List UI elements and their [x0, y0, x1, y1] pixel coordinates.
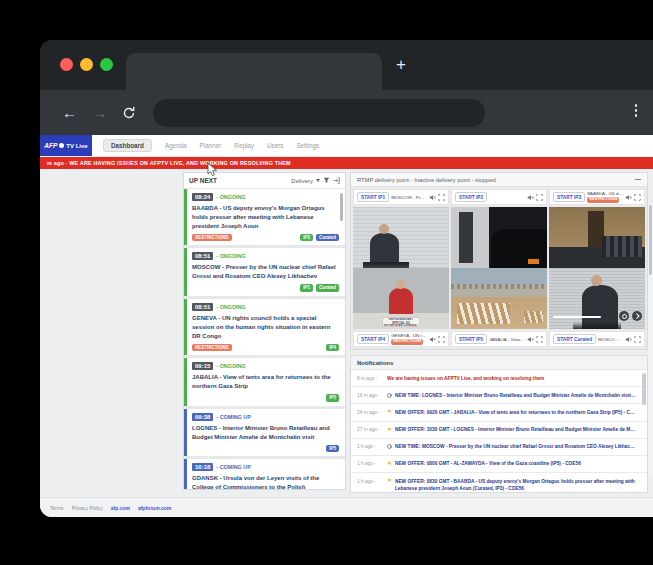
start-button[interactable]: START IP2 — [455, 192, 487, 202]
notifications-list: 8 m ago - We are having issues on AFPTV … — [351, 370, 647, 493]
brand-product: TV Live — [66, 143, 87, 149]
start-button[interactable]: START Curated — [553, 334, 596, 344]
notification-row[interactable]: 24 m ago - ★ NEW OFFER: 0920 GMT - JABAL… — [351, 404, 647, 421]
fullscreen-icon[interactable] — [634, 194, 641, 201]
alert-banner[interactable]: m ago · WE ARE HAVING ISSUES ON AFPTV LI… — [40, 157, 653, 169]
delivery-program: BAABDA - US deputy en... — [587, 191, 623, 196]
nav-tab[interactable]: Replay — [234, 142, 254, 149]
nav-tab[interactable]: Settings — [296, 142, 319, 149]
fullscreen-icon[interactable] — [438, 194, 445, 201]
nav-tab[interactable]: Agenda — [165, 142, 187, 149]
start-button[interactable]: START IP4 — [357, 334, 389, 344]
player-gear-icon[interactable] — [619, 311, 629, 321]
delivery-filter-label: Delivery — [291, 178, 313, 184]
notifications-panel: Notifications 8 m ago - We are having is… — [350, 355, 648, 493]
nav-tab[interactable]: Dashboard — [103, 139, 152, 152]
notification-time: 1 h ago - — [357, 460, 384, 467]
notification-row[interactable]: 16 m ago - NEW TIME: LOGNES - Interior M… — [351, 387, 647, 404]
notification-row[interactable]: 8 m ago - We are having issues on AFPTV … — [351, 370, 647, 387]
event-list-item[interactable]: 10:18 - COMING UP GDANSK - Ursula von de… — [184, 459, 345, 489]
start-button[interactable]: START IP5 — [455, 334, 487, 344]
fullscreen-icon[interactable] — [634, 336, 641, 343]
zoom-window-button[interactable] — [100, 58, 113, 71]
event-badge: Curated — [316, 234, 339, 241]
notification-text: NEW TIME: LOGNES - Interior Minister Bru… — [395, 392, 637, 399]
event-list-item[interactable]: 08:51 - ONGOING MOSCOW - Presser by the … — [184, 248, 345, 295]
event-badges: RESTRICTIONS IP3 Curated — [192, 234, 339, 241]
start-button[interactable]: START IP3 — [553, 192, 585, 202]
notification-type-icon: ★ — [387, 461, 392, 467]
event-time-badge: 10:18 — [192, 463, 213, 471]
video-thumbnail[interactable] — [353, 207, 449, 268]
video-thumbnail[interactable]: REPRESENTANT SPECIAL DU SECRETAIRE GENER… — [353, 268, 449, 329]
video-thumbnail[interactable] — [549, 268, 645, 329]
collapse-panel-icon[interactable] — [333, 177, 340, 184]
afp-tv-live-logo[interactable]: AFP TV Live — [40, 135, 92, 156]
brand-dot-icon — [59, 143, 64, 148]
fullscreen-icon[interactable] — [536, 194, 543, 201]
delivery-video-row-bottom: REPRESENTANT SPECIAL DU SECRETAIRE GENER… — [351, 268, 647, 329]
muted-speaker-icon[interactable] — [625, 336, 632, 343]
event-list-item[interactable]: 09:15 - ONGOING JABALIA - View of tents … — [184, 358, 345, 405]
notification-row[interactable]: 1 h ago - ★ NEW OFFER: 0830 GMT - BAABDA… — [351, 473, 647, 493]
video-thumbnail[interactable] — [451, 207, 547, 268]
event-list-item[interactable]: 09:38 - COMING UP LOGNES - Interior Mini… — [184, 409, 345, 456]
video-seek-bar[interactable] — [553, 316, 601, 318]
up-next-list: 08:24 - ONGOING BAABDA - US deputy envoy… — [184, 189, 345, 489]
event-status: - ONGOING — [216, 304, 245, 310]
minimize-panel-icon[interactable] — [635, 179, 641, 181]
player-next-icon[interactable] — [632, 311, 642, 321]
footer-link[interactable]: afp.com — [111, 505, 130, 511]
rtmp-delivery-panel: RTMP delivery point - Inactive delivery … — [350, 172, 648, 350]
muted-speaker-icon[interactable] — [527, 336, 534, 343]
notification-text: NEW OFFER: 0920 GMT - JABALIA - View of … — [395, 409, 637, 416]
muted-speaker-icon[interactable] — [429, 194, 436, 201]
footer-link[interactable]: Privacy Policy — [72, 505, 103, 511]
event-time-badge: 08:24 — [192, 193, 213, 201]
browser-menu-icon[interactable] — [635, 104, 638, 117]
minimize-window-button[interactable] — [80, 58, 93, 71]
delivery-program: MOSCOW - Pres... — [598, 337, 623, 342]
fullscreen-icon[interactable] — [438, 336, 445, 343]
notification-row[interactable]: 27 m ago - ★ NEW OFFER: 1030 GMT - LOGNE… — [351, 422, 647, 439]
delivery-filter[interactable]: Delivery — [291, 177, 340, 184]
notification-type-icon — [387, 444, 392, 449]
nav-tab[interactable]: Planner — [200, 142, 222, 149]
event-time-badge: 09:15 — [192, 362, 213, 370]
video-scene-detail — [528, 259, 540, 264]
notifications-scrollbar[interactable] — [642, 373, 646, 405]
muted-speaker-icon[interactable] — [527, 194, 534, 201]
up-next-scrollbar[interactable] — [340, 193, 343, 221]
rtmp-delivery-title: RTMP delivery point - Inactive delivery … — [357, 177, 496, 183]
page-scrollbar[interactable] — [648, 203, 653, 477]
forward-icon[interactable]: → — [92, 105, 107, 120]
event-badges: IP5 — [192, 445, 339, 452]
muted-speaker-icon[interactable] — [429, 336, 436, 343]
delivery-top-labels: START IP1 MOSCOW - Presser by t... — [351, 187, 647, 207]
new-tab-icon[interactable]: + — [396, 54, 406, 76]
notification-row[interactable]: 1 h ago - ★ NEW OFFER: 0800 GMT - AL-ZAW… — [351, 456, 647, 473]
browser-tab[interactable] — [126, 53, 382, 90]
footer-link[interactable]: Terms — [50, 505, 64, 511]
main-nav: Dashboard Agenda Planner Replay Users Se… — [92, 135, 319, 156]
nav-tab[interactable]: Users — [267, 142, 283, 149]
video-thumbnail[interactable] — [549, 207, 645, 268]
video-thumbnail[interactable] — [451, 268, 547, 329]
notification-row[interactable]: 1 h ago - NEW TIME: MOSCOW - Presser by … — [351, 439, 647, 456]
address-bar[interactable] — [153, 99, 485, 127]
muted-speaker-icon[interactable] — [625, 194, 632, 201]
notification-time: 16 m ago - — [357, 392, 384, 399]
filter-funnel-icon[interactable] — [323, 177, 330, 184]
footer-link[interactable]: afpforum.com — [138, 505, 171, 511]
reload-icon[interactable] — [122, 106, 136, 120]
page-footer: Terms Privacy Policy afp.com afpforum.co… — [40, 497, 653, 517]
close-window-button[interactable] — [60, 58, 73, 71]
start-button[interactable]: START IP1 — [357, 192, 389, 202]
notification-text: NEW OFFER: 0800 GMT - AL-ZAWAYDA - View … — [395, 460, 637, 467]
delivery-video-row-top — [351, 207, 647, 268]
fullscreen-icon[interactable] — [536, 336, 543, 343]
event-list-item[interactable]: 08:24 - ONGOING BAABDA - US deputy envoy… — [184, 189, 345, 245]
notification-text: NEW OFFER: 1030 GMT - LOGNES - Interior … — [395, 426, 637, 433]
event-list-item[interactable]: 08:51 - ONGOING GENEVA - UN rights counc… — [184, 299, 345, 355]
back-icon[interactable]: ← — [62, 105, 77, 120]
